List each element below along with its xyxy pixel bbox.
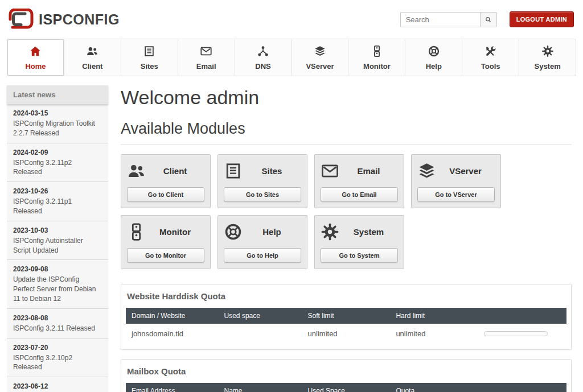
harddisk-quota-title: Website Harddisk Quota	[126, 289, 566, 308]
module-head: Email	[321, 162, 398, 180]
module-card-sites: SitesGo to Sites	[217, 154, 307, 208]
tab-system[interactable]: System	[519, 39, 576, 76]
module-card-email: EmailGo to Email	[314, 154, 404, 208]
news-title: ISPConfig 3.2.11 Released	[13, 324, 102, 333]
main-nav: HomeClientSitesEmailDNSVServerMonitorHel…	[7, 39, 576, 76]
sites-icon	[224, 162, 243, 180]
go-to-client-button[interactable]: Go to Client	[127, 187, 204, 202]
table-header-row: Domain / WebsiteUsed spaceSoft limitHard…	[126, 308, 566, 324]
news-item[interactable]: 2023-09-08Update the ISPConfig Perfect S…	[7, 260, 108, 308]
tab-label: DNS	[235, 62, 292, 71]
news-title: ISPConfig Migration Toolkit 2.2.7 Releas…	[13, 119, 102, 138]
system-icon	[321, 222, 339, 241]
search-icon	[485, 16, 492, 23]
tab-label: Help	[405, 62, 462, 71]
tab-label: VServer	[292, 62, 348, 71]
sidebar: Latest news 2024-03-15ISPConfig Migratio…	[7, 85, 108, 392]
logo-text: ISPCONFIG	[39, 11, 120, 28]
header-right: LOGOUT ADMIN	[400, 11, 574, 27]
dns-icon	[257, 45, 269, 57]
news-item[interactable]: 2023-07-20ISPConfig 3.2.10p2 Released	[7, 339, 108, 378]
harddisk-quota-panel: Website Harddisk Quota Domain / WebsiteU…	[121, 284, 572, 350]
module-card-vserver: VServerGo to VServer	[411, 154, 501, 208]
column-header: Email Address	[126, 383, 219, 392]
go-to-monitor-button[interactable]: Go to Monitor	[127, 248, 204, 263]
mailbox-quota-title: Mailbox Quota	[126, 364, 566, 383]
module-card-client: ClientGo to Client	[121, 154, 211, 208]
modules-heading: Available Modules	[121, 120, 572, 145]
news-item[interactable]: 2023-08-08ISPConfig 3.2.11 Released	[7, 309, 108, 339]
help-icon	[428, 45, 440, 57]
modules-grid: ClientGo to ClientSitesGo to SitesEmailG…	[121, 154, 572, 269]
table-cell	[219, 324, 302, 345]
tab-monitor[interactable]: Monitor	[348, 39, 405, 76]
tab-label: Sites	[121, 62, 178, 71]
logo: ISPCONFIG	[8, 9, 120, 30]
module-title: System	[339, 227, 398, 237]
module-card-system: SystemGo to System	[314, 215, 404, 269]
search-box	[400, 12, 497, 27]
module-title: VServer	[436, 166, 495, 176]
welcome-heading: Welcome admin	[121, 86, 572, 109]
news-title: ISPConfig Autoinstaller Script Updated	[13, 236, 102, 255]
news-item[interactable]: 2023-10-03ISPConfig Autoinstaller Script…	[7, 221, 108, 261]
tab-home[interactable]: Home	[7, 39, 64, 76]
news-title: Update the ISPConfig Perfect Server from…	[13, 275, 102, 303]
module-title: Client	[146, 166, 204, 176]
search-button[interactable]	[480, 12, 497, 27]
news-item[interactable]: 2024-03-15ISPConfig Migration Toolkit 2.…	[7, 104, 108, 143]
search-input[interactable]	[400, 12, 480, 27]
module-head: Client	[127, 162, 204, 180]
table-cell-progress	[478, 324, 566, 345]
module-head: Monitor	[127, 222, 204, 241]
system-icon	[541, 45, 554, 57]
ispconfig-logo-icon	[8, 9, 34, 30]
logo-text-secondary: CONFIG	[63, 11, 120, 27]
logout-button[interactable]: LOGOUT ADMIN	[510, 11, 574, 27]
table-header-row: Email AddressNameUsed SpaceQuota	[126, 383, 566, 392]
tab-client[interactable]: Client	[64, 39, 121, 76]
go-to-vserver-button[interactable]: Go to VServer	[417, 187, 495, 202]
go-to-email-button[interactable]: Go to Email	[321, 187, 398, 202]
mailbox-quota-panel: Mailbox Quota Email AddressNameUsed Spac…	[121, 359, 572, 392]
tab-vserver[interactable]: VServer	[292, 39, 349, 76]
module-title: Monitor	[146, 227, 204, 237]
module-title: Email	[339, 166, 398, 176]
content: Latest news 2024-03-15ISPConfig Migratio…	[0, 76, 583, 392]
news-title: ISPConfig 3.2.11p1 Released	[13, 197, 102, 216]
news-item[interactable]: 2023-06-12ISPConfig 3.2.10p1 Released	[7, 377, 108, 392]
harddisk-quota-table: Domain / WebsiteUsed spaceSoft limitHard…	[126, 308, 566, 345]
tab-sites[interactable]: Sites	[121, 39, 178, 76]
column-header: Domain / Website	[126, 308, 219, 324]
sidebar-title: Latest news	[7, 85, 108, 104]
monitor-icon	[127, 222, 146, 241]
news-item[interactable]: 2023-10-26ISPConfig 3.2.11p1 Released	[7, 182, 108, 221]
client-icon	[86, 45, 98, 57]
table-cell: johnsdomain.tld	[126, 324, 219, 345]
tab-label: Home	[7, 62, 64, 71]
news-item[interactable]: 2024-02-09ISPConfig 3.2.11p2 Released	[7, 143, 108, 183]
tab-email[interactable]: Email	[178, 39, 235, 76]
main-content: Welcome admin Available Modules ClientGo…	[121, 85, 576, 392]
vserver-icon	[314, 45, 326, 57]
tab-tools[interactable]: Tools	[462, 39, 519, 76]
email-icon	[321, 162, 339, 180]
news-date: 2023-09-08	[13, 265, 102, 273]
column-header: Used Space	[302, 383, 391, 392]
tab-dns[interactable]: DNS	[235, 39, 292, 76]
tab-help[interactable]: Help	[405, 39, 462, 76]
help-icon	[224, 222, 243, 241]
mailbox-quota-table: Email AddressNameUsed SpaceQuotajohn@joh…	[126, 383, 566, 392]
module-title: Sites	[243, 166, 301, 176]
go-to-sites-button[interactable]: Go to Sites	[224, 187, 301, 202]
client-icon	[127, 162, 146, 180]
news-list: 2024-03-15ISPConfig Migration Toolkit 2.…	[7, 104, 108, 392]
tools-icon	[485, 45, 497, 57]
go-to-system-button[interactable]: Go to System	[321, 248, 398, 263]
email-icon	[200, 45, 212, 57]
module-title: Help	[243, 227, 301, 237]
module-head: Sites	[224, 162, 301, 180]
table-row: johnsdomain.tldunlimitedunlimited	[126, 324, 566, 345]
go-to-help-button[interactable]: Go to Help	[224, 248, 301, 263]
column-header: Quota	[390, 383, 478, 392]
